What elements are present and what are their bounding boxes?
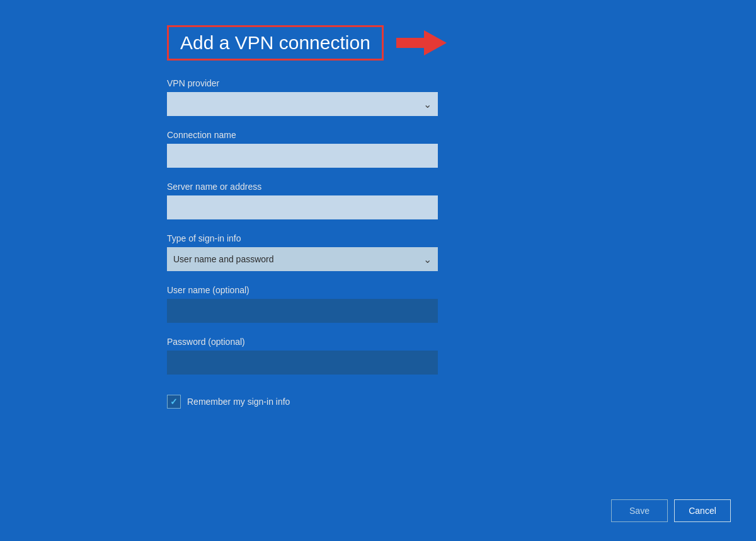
checkbox-check-icon: ✓ xyxy=(170,397,178,406)
vpn-provider-label: VPN provider xyxy=(167,78,444,88)
title-row: Add a VPN connection xyxy=(167,25,447,61)
arrow-icon xyxy=(396,30,447,55)
remember-signin-checkbox[interactable]: ✓ xyxy=(167,395,181,409)
page-title: Add a VPN connection xyxy=(180,32,370,53)
form-section: VPN provider Windows (built-in) ⌄ Connec… xyxy=(167,78,444,409)
title-box: Add a VPN connection xyxy=(167,25,384,61)
username-label: User name (optional) xyxy=(167,285,444,295)
server-name-input[interactable] xyxy=(167,195,438,219)
connection-name-input[interactable] xyxy=(167,144,438,168)
server-name-group: Server name or address xyxy=(167,182,444,219)
sign-in-type-select-wrapper: User name and password Smart card One-ti… xyxy=(167,247,438,271)
server-name-label: Server name or address xyxy=(167,182,444,192)
cancel-button[interactable]: Cancel xyxy=(674,499,731,522)
sign-in-type-group: Type of sign-in info User name and passw… xyxy=(167,233,444,271)
remember-signin-row: ✓ Remember my sign-in info xyxy=(167,395,444,409)
red-arrow-svg xyxy=(396,30,447,55)
sign-in-type-label: Type of sign-in info xyxy=(167,233,444,243)
vpn-provider-group: VPN provider Windows (built-in) ⌄ xyxy=(167,78,444,116)
connection-name-group: Connection name xyxy=(167,130,444,168)
sign-in-type-select[interactable]: User name and password Smart card One-ti… xyxy=(167,247,438,271)
vpn-provider-select[interactable]: Windows (built-in) xyxy=(167,92,438,116)
save-button[interactable]: Save xyxy=(611,499,668,522)
username-group: User name (optional) xyxy=(167,285,444,323)
remember-signin-label: Remember my sign-in info xyxy=(187,397,290,407)
password-label: Password (optional) xyxy=(167,337,444,347)
password-group: Password (optional) xyxy=(167,337,444,375)
bottom-buttons: Save Cancel xyxy=(611,499,731,522)
svg-marker-0 xyxy=(396,30,447,55)
vpn-provider-select-wrapper: Windows (built-in) ⌄ xyxy=(167,92,438,116)
page-container: Add a VPN connection VPN provider Window… xyxy=(0,0,756,541)
username-input[interactable] xyxy=(167,299,438,323)
connection-name-label: Connection name xyxy=(167,130,444,140)
password-input[interactable] xyxy=(167,351,438,375)
